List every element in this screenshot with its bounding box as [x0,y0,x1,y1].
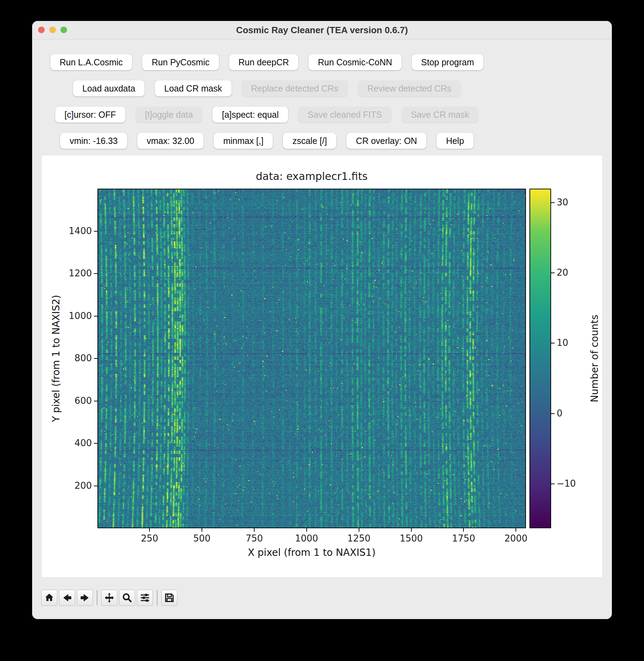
x-tick [202,528,202,532]
button-load-cr-mask[interactable]: Load CR mask [155,80,231,96]
home-button[interactable] [41,590,57,606]
button-run-deepcr[interactable]: Run deepCR [229,54,299,70]
plot-title: data: examplecr1.fits [97,170,526,182]
control-button-panel: Run L.A.CosmicRun PyCosmicRun deepCRRun … [32,39,612,149]
bottom-bar [32,577,612,619]
app-window: Cosmic Ray Cleaner (TEA version 0.6.7) R… [32,21,612,619]
pan-button[interactable] [101,590,117,606]
x-tick [463,528,464,532]
y-tick [94,231,97,232]
x-tick-label: 1000 [295,533,318,544]
y-tick [94,316,97,317]
toolbar-separator [157,590,158,605]
colorbar-tick [551,484,555,484]
configure-subplots-icon [139,592,151,603]
button-row-2: Load auxdataLoad CR maskReplace detected… [32,80,502,96]
plot-canvas[interactable] [98,189,525,528]
button-replace-detected-crs: Replace detected CRs [242,80,348,96]
x-tick-label: 250 [141,533,158,544]
colorbar-tick-label: 30 [557,197,568,208]
back-icon [61,592,73,603]
maximize-button[interactable] [60,27,67,33]
colorbar-tick [551,273,555,273]
matplotlib-figure: data: examplecr1.fits X pixel (from 1 to… [42,155,602,577]
forward-button[interactable] [77,590,93,606]
y-tick-label: 600 [42,395,92,406]
y-tick-label: 1000 [42,311,92,321]
button-row-3: [c]ursor: OFF[t]oggle data[a]spect: equa… [32,107,502,123]
button-run-l-a-cosmic[interactable]: Run L.A.Cosmic [50,54,132,70]
toolbar-separator [97,590,97,605]
save-button[interactable] [161,590,177,606]
button-vmax-32-00[interactable]: vmax: 32.00 [137,133,204,149]
colorbar-tick [551,413,555,414]
colorbar-tick [551,202,555,203]
colorbar [529,189,551,528]
y-tick-label: 200 [42,480,92,491]
save-icon [164,592,175,603]
x-tick [254,528,255,532]
x-tick [306,528,307,532]
button-zscale[interactable]: zscale [/] [283,133,336,149]
x-tick [359,528,359,532]
y-tick-label: 400 [42,438,92,448]
button-stop-program[interactable]: Stop program [412,54,483,70]
y-tick [94,401,97,401]
button-vmin-16-33[interactable]: vmin: -16.33 [60,133,127,149]
button-row-4: vmin: -16.33vmax: 32.00minmax [,]zscale … [32,133,502,149]
button-row-1: Run L.A.CosmicRun PyCosmicRun deepCRRun … [32,54,502,70]
forward-icon [79,592,90,603]
button-help[interactable]: Help [437,133,473,149]
colorbar-tick-label: −10 [557,478,576,489]
configure-subplots-button[interactable] [137,590,153,606]
y-tick [94,358,97,359]
y-tick-label: 1400 [42,226,92,236]
y-tick [94,273,97,274]
colorbar-tick-label: 10 [557,337,568,348]
button-cr-overlay-on[interactable]: CR overlay: ON [346,133,426,149]
button-t-oggle-data: [t]oggle data [136,107,203,123]
x-tick-label: 1750 [452,533,475,544]
minimize-button[interactable] [49,27,56,33]
colorbar-tick [551,343,555,343]
zoom-button[interactable] [119,590,135,606]
zoom-icon [122,592,133,603]
x-tick-label: 2000 [504,533,527,544]
colorbar-tick-label: 0 [557,408,563,419]
button-save-cr-mask: Save CR mask [402,107,479,123]
y-tick [94,443,97,444]
button-run-cosmic-conn[interactable]: Run Cosmic-CoNN [308,54,402,70]
colorbar-label: Number of counts [589,315,600,402]
button-save-cleaned-fits: Save cleaned FITS [298,107,391,123]
matplotlib-nav-toolbar [41,590,177,606]
y-tick [94,486,97,486]
x-tick [149,528,150,532]
title-bar: Cosmic Ray Cleaner (TEA version 0.6.7) [32,21,612,39]
back-button[interactable] [59,590,75,606]
x-tick [411,528,412,532]
button-a-spect-equal[interactable]: [a]spect: equal [212,107,288,123]
button-c-ursor-off[interactable]: [c]ursor: OFF [55,107,125,123]
colorbar-tick-label: 20 [557,267,568,278]
x-tick [515,528,516,532]
x-tick-label: 1500 [400,533,423,544]
pan-icon [104,592,115,603]
y-tick-label: 800 [42,353,92,363]
button-run-pycosmic[interactable]: Run PyCosmic [142,54,219,70]
button-load-auxdata[interactable]: Load auxdata [73,80,145,96]
window-title: Cosmic Ray Cleaner (TEA version 0.6.7) [236,25,408,36]
desktop: { "window": { "title": "Cosmic Ray Clean… [0,0,644,661]
home-icon [44,592,55,603]
y-tick-label: 1200 [42,268,92,278]
x-tick-label: 500 [193,533,211,544]
plot-axes [97,189,526,528]
x-tick-label: 750 [246,533,263,544]
close-button[interactable] [38,27,45,33]
button-review-detected-crs: Review detected CRs [358,80,461,96]
x-axis-label: X pixel (from 1 to NAXIS1) [97,547,526,558]
x-tick-label: 1250 [347,533,371,544]
button-minmax[interactable]: minmax [,] [214,133,273,149]
